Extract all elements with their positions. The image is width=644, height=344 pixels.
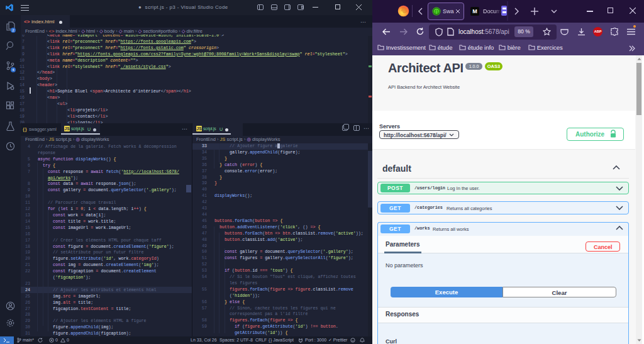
svg-text:{ }: { } bbox=[435, 9, 439, 14]
